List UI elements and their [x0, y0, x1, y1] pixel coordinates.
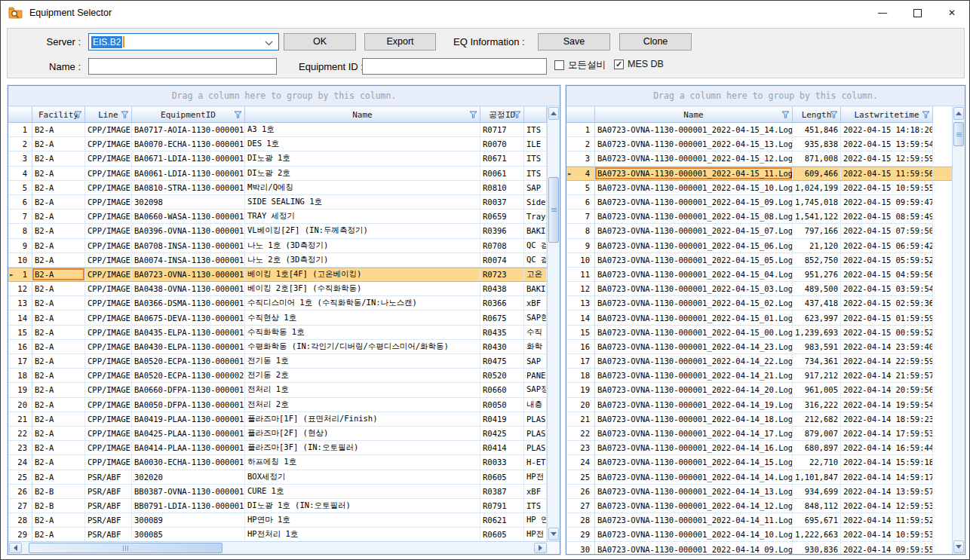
- table-row[interactable]: 22B2-ACPP/IMAGEBA0425-PLAA-1130-000001플라…: [8, 427, 547, 441]
- table-row[interactable]: 28BA0723-OVNA-1130-000001_2022-04-14_11.…: [566, 513, 952, 528]
- table-row[interactable]: 6B2-ACPP/IMAGE302098SIDE SEALING 1호R0037…: [8, 195, 547, 210]
- cell-name[interactable]: BA0723-OVNA-1130-000001_2022-04-14_18.Lo…: [595, 412, 793, 427]
- cell-extra[interactable]: SAP정: [524, 383, 547, 397]
- cell-name[interactable]: BA0723-OVNA-1130-000001_2022-04-15_08.Lo…: [595, 210, 793, 224]
- cell-equipment_id[interactable]: BA0520-ECPA-1130-000002: [132, 369, 245, 383]
- cell-rownum[interactable]: 22: [8, 427, 32, 441]
- cell-length[interactable]: 852,750: [793, 253, 841, 268]
- table-row[interactable]: 5B2-ACPP/IMAGEBA0810-STRA-1130-000001M박리…: [8, 181, 547, 195]
- cell-lastwritetime[interactable]: 2022-04-14 18:59:23: [841, 412, 933, 427]
- table-row[interactable]: 24BA0723-OVNA-1130-000001_2022-04-14_15.…: [566, 455, 952, 470]
- cell-extra[interactable]: BAKI: [524, 224, 547, 238]
- cell-rownum[interactable]: 24: [566, 455, 595, 470]
- cell-line[interactable]: PSR/ABF: [85, 528, 132, 541]
- cell-process_id[interactable]: R0425: [480, 427, 524, 441]
- table-row[interactable]: 17B2-ACPP/IMAGEBA0520-ECPA-1130-000001전기…: [8, 354, 547, 369]
- table-row[interactable]: 19BA0723-OVNA-1130-000001_2022-04-14_20.…: [566, 383, 952, 397]
- filter-funnel-icon[interactable]: [234, 111, 242, 121]
- cell-lastwritetime[interactable]: 2022-04-14 14:59:17: [841, 470, 933, 485]
- cell-line[interactable]: CPP/IMAGE: [85, 195, 132, 210]
- cell-name[interactable]: 플라즈마[3F] (IN:오토필러): [245, 441, 480, 455]
- column-header-name[interactable]: Name: [595, 106, 793, 123]
- cell-equipment_id[interactable]: BA0708-INSA-1130-000001: [132, 239, 245, 253]
- table-row[interactable]: 27BA0723-OVNA-1130-000001_2022-04-14_12.…: [566, 499, 952, 513]
- cell-rownum[interactable]: 28: [566, 513, 595, 528]
- cell-line[interactable]: CPP/IMAGE: [85, 311, 132, 325]
- cell-extra[interactable]: BAKI: [524, 282, 547, 296]
- cell-facility[interactable]: B2-B: [32, 485, 85, 499]
- cell-process_id[interactable]: R0438: [480, 282, 524, 296]
- column-header-rownum[interactable]: [566, 106, 595, 123]
- column-header-rownum[interactable]: [8, 106, 32, 123]
- cell-length[interactable]: 1,222,663: [793, 528, 841, 542]
- cell-line[interactable]: CPP/IMAGE: [85, 412, 132, 427]
- table-row[interactable]: 29B2-APSR/ABF300085HP전처리 1호R0605HP전: [8, 528, 547, 541]
- cell-extra[interactable]: SAP: [524, 354, 547, 369]
- cell-lastwritetime[interactable]: 2022-04-15 12:59:59: [841, 151, 933, 166]
- cell-name[interactable]: BA0723-OVNA-1130-000001_2022-04-15_11.Lo…: [595, 167, 793, 180]
- cell-equipment_id[interactable]: BA0660-DFPA-1130-000001: [132, 383, 245, 397]
- cell-lastwritetime[interactable]: 2022-04-14 22:59:59: [841, 354, 933, 369]
- table-row[interactable]: 16B2-ACPP/IMAGEBA0430-ELPA-1130-000001수평…: [8, 340, 547, 354]
- scroll-left-button[interactable]: [9, 543, 22, 553]
- filter-funnel-icon[interactable]: [830, 111, 838, 121]
- scroll-right-button[interactable]: [534, 543, 547, 553]
- cell-rownum[interactable]: 15: [566, 326, 595, 340]
- table-row[interactable]: 26BA0723-OVNA-1130-000001_2022-04-14_13.…: [566, 485, 952, 499]
- cell-line[interactable]: CPP/IMAGE: [85, 224, 132, 238]
- cell-rownum[interactable]: 7: [8, 210, 32, 224]
- cell-rownum[interactable]: 16: [566, 340, 595, 354]
- table-row[interactable]: 18B2-ACPP/IMAGEBA0520-ECPA-1130-000002전기…: [8, 369, 547, 383]
- cell-extra[interactable]: PANE: [524, 369, 547, 383]
- cell-line[interactable]: PSR/ABF: [85, 470, 132, 485]
- cell-lastwritetime[interactable]: 2022-04-15 04:59:56: [841, 268, 933, 282]
- cell-rownum[interactable]: 14: [566, 311, 595, 325]
- cell-line[interactable]: CPP/IMAGE: [85, 383, 132, 397]
- cell-extra[interactable]: QC 검: [524, 239, 547, 253]
- cell-extra[interactable]: 화학: [524, 340, 547, 354]
- cell-name[interactable]: BA0723-OVNA-1130-000001_2022-04-14_12.Lo…: [595, 499, 793, 513]
- cell-extra[interactable]: SAP: [524, 181, 547, 195]
- filter-funnel-icon[interactable]: [121, 111, 129, 121]
- cell-name[interactable]: 베이킹 1호[4F] (고온베이킹): [245, 268, 480, 281]
- cell-lastwritetime[interactable]: 2022-04-14 13:59:57: [841, 485, 933, 499]
- cell-name[interactable]: BA0723-OVNA-1130-000001_2022-04-14_10.Lo…: [595, 528, 793, 542]
- cell-line[interactable]: CPP/IMAGE: [85, 123, 132, 137]
- cell-rownum[interactable]: 12: [8, 282, 32, 296]
- cell-length[interactable]: 1,239,693: [793, 326, 841, 340]
- cell-name[interactable]: TRAY 세정기: [245, 210, 480, 224]
- cell-equipment_id[interactable]: BA0414-PLAA-1130-000001: [132, 441, 245, 455]
- vertical-scrollbar[interactable]: [952, 106, 965, 554]
- cell-length[interactable]: 930,836: [793, 542, 841, 554]
- cell-equipment_id[interactable]: BA0671-LDIA-1130-000001: [132, 151, 245, 166]
- cell-process_id[interactable]: R0061: [480, 167, 524, 181]
- table-row[interactable]: 3BA0723-OVNA-1130-000001_2022-04-15_12.L…: [566, 151, 952, 166]
- cell-extra[interactable]: Side: [524, 195, 547, 210]
- cell-process_id[interactable]: R0605: [480, 528, 524, 541]
- cell-length[interactable]: 623,997: [793, 311, 841, 325]
- cell-length[interactable]: 1,541,122: [793, 210, 841, 224]
- cell-extra[interactable]: PLAS: [524, 441, 547, 455]
- vertical-scrollbar[interactable]: [547, 106, 560, 541]
- table-row[interactable]: 21B2-ACPP/IMAGEBA0419-PLAA-1130-000001플라…: [8, 412, 547, 427]
- save-button[interactable]: Save: [538, 33, 610, 50]
- cell-facility[interactable]: B2-A: [32, 311, 85, 325]
- cell-extra[interactable]: 내층: [524, 398, 547, 412]
- cell-length[interactable]: 848,112: [793, 499, 841, 513]
- cell-name[interactable]: 수평화학동 (IN:각인기/디버링/수평디스미어/화학동): [245, 340, 480, 354]
- cell-extra[interactable]: SAP현: [524, 311, 547, 325]
- cell-rownum[interactable]: 6: [8, 195, 32, 210]
- cell-name[interactable]: BA0723-OVNA-1130-000001_2022-04-15_09.Lo…: [595, 195, 793, 210]
- clone-button[interactable]: Clone: [619, 33, 692, 50]
- cell-extra[interactable]: 수직: [524, 326, 547, 340]
- table-row[interactable]: 15BA0723-OVNA-1130-000001_2022-04-15_00.…: [566, 326, 952, 340]
- cell-facility[interactable]: B2-A: [32, 123, 85, 137]
- cell-facility[interactable]: B2-A: [32, 369, 85, 383]
- table-row[interactable]: 8B2-ACPP/IMAGEBA0396-OVNA-1130-000001VL베…: [8, 224, 547, 238]
- scroll-thumb[interactable]: [548, 177, 559, 243]
- column-header-process_id[interactable]: 공정ID: [480, 106, 524, 123]
- group-by-band[interactable]: Drag a column here to group by this colu…: [566, 86, 965, 106]
- cell-equipment_id[interactable]: BA0366-DSMA-1130-000001: [132, 296, 245, 311]
- cell-line[interactable]: PSR/ABF: [85, 513, 132, 528]
- table-row[interactable]: 8BA0723-OVNA-1130-000001_2022-04-15_07.L…: [566, 224, 952, 238]
